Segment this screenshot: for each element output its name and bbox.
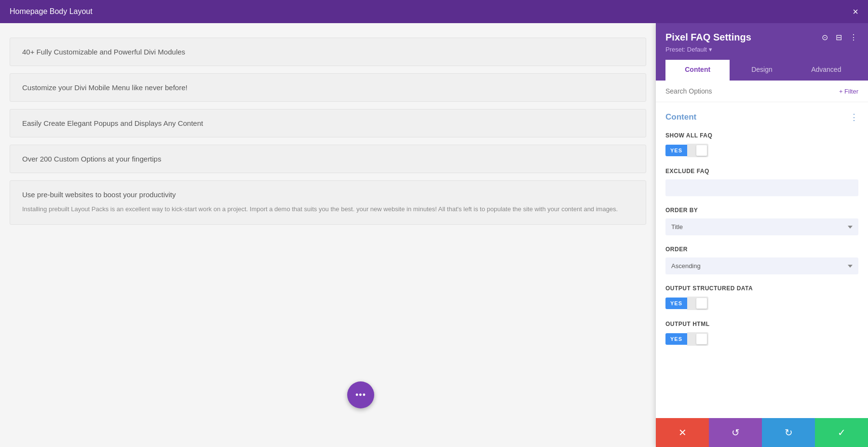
toggle-track[interactable] [687,144,708,157]
preset-label[interactable]: Preset: Default ▾ [665,46,858,53]
main-area: 40+ Fully Customizable and Powerful Divi… [0,23,868,447]
save-button[interactable]: ✓ [815,418,868,447]
top-bar-title: Homepage Body Layout [10,7,93,16]
toggle-yes-label: YES [665,298,687,309]
faq-item-title: Customize your Divi Mobile Menu like nev… [22,83,634,92]
top-bar: Homepage Body Layout × [0,0,868,23]
faq-item-title: Easily Create Elegant Popups and Display… [22,119,634,127]
tab-design[interactable]: Design [730,60,794,81]
list-item[interactable]: Easily Create Elegant Popups and Display… [10,109,646,137]
toggle-track[interactable] [687,332,708,346]
order-row: Order Ascending Descending [665,246,858,274]
toggle-thumb [696,145,707,156]
settings-panel: Pixel FAQ Settings ⊙ ⊟ ⋮ Preset: Default… [656,23,868,447]
cancel-button[interactable]: ✕ [656,418,709,447]
list-item[interactable]: Over 200 Custom Options at your fingerti… [10,145,646,173]
filter-button[interactable]: + Filter [839,88,858,95]
exclude-faq-input[interactable] [665,179,858,196]
toggle-thumb [696,298,707,309]
action-bar: ✕ ↺ ↻ ✓ [656,418,868,447]
redo-button[interactable]: ↻ [762,418,815,447]
search-input[interactable] [665,87,839,95]
floating-btn-icon: ••• [355,390,366,400]
content-section: Content ⋮ Show All FAQ YES Exclude FAQ [656,102,868,366]
output-html-toggle[interactable]: YES [665,332,858,346]
search-bar: + Filter [656,81,868,102]
faq-area: 40+ Fully Customizable and Powerful Divi… [0,23,656,447]
order-label: Order [665,246,858,253]
toggle-thumb [696,334,707,344]
order-by-select[interactable]: Title Date ID Name Slug Modified Author … [665,218,858,235]
output-html-label: Output HTML [665,321,858,327]
order-by-row: Order By Title Date ID Name Slug Modifie… [665,207,858,235]
order-select[interactable]: Ascending Descending [665,257,858,274]
faq-item-content: Installing prebuilt Layout Packs is an e… [22,204,634,215]
settings-header: Pixel FAQ Settings ⊙ ⊟ ⋮ Preset: Default… [656,23,868,81]
show-all-faq-toggle[interactable]: YES [665,144,858,157]
more-options-icon[interactable]: ⋮ [849,32,858,43]
section-title: Content [665,112,696,122]
close-button[interactable]: × [853,6,858,17]
settings-body: + Filter Content ⋮ Show All FAQ YES [656,81,868,418]
list-item[interactable]: Customize your Divi Mobile Menu like nev… [10,73,646,102]
output-structured-data-row: Output Structured Data YES [665,285,858,310]
undo-button[interactable]: ↺ [709,418,762,447]
exclude-faq-row: Exclude FAQ [665,168,858,196]
tab-advanced[interactable]: Advanced [794,60,858,81]
output-structured-data-label: Output Structured Data [665,285,858,292]
toggle-yes-label: YES [665,333,687,345]
settings-header-icons: ⊙ ⊟ ⋮ [821,32,858,43]
settings-tabs: Content Design Advanced [665,60,858,81]
settings-header-top: Pixel FAQ Settings ⊙ ⊟ ⋮ [665,32,858,43]
section-menu-icon[interactable]: ⋮ [850,112,858,122]
output-structured-data-toggle[interactable]: YES [665,297,858,310]
exclude-faq-label: Exclude FAQ [665,168,858,175]
target-icon[interactable]: ⊙ [821,32,829,43]
list-item[interactable]: 40+ Fully Customizable and Powerful Divi… [10,38,646,66]
toggle-yes-label: YES [665,145,687,156]
faq-item-title: Use pre-built websites to boost your pro… [22,190,634,199]
faq-item-title: 40+ Fully Customizable and Powerful Divi… [22,48,634,56]
floating-action-button[interactable]: ••• [347,381,374,408]
show-all-faq-label: Show All FAQ [665,132,858,139]
output-html-row: Output HTML YES [665,321,858,346]
list-item[interactable]: Use pre-built websites to boost your pro… [10,180,646,225]
show-all-faq-row: Show All FAQ YES [665,132,858,157]
section-header: Content ⋮ [665,112,858,122]
columns-icon[interactable]: ⊟ [835,32,843,43]
tab-content[interactable]: Content [665,60,730,81]
faq-item-title: Over 200 Custom Options at your fingerti… [22,155,634,163]
toggle-track[interactable] [687,297,708,310]
settings-title: Pixel FAQ Settings [665,32,751,43]
order-by-label: Order By [665,207,858,214]
